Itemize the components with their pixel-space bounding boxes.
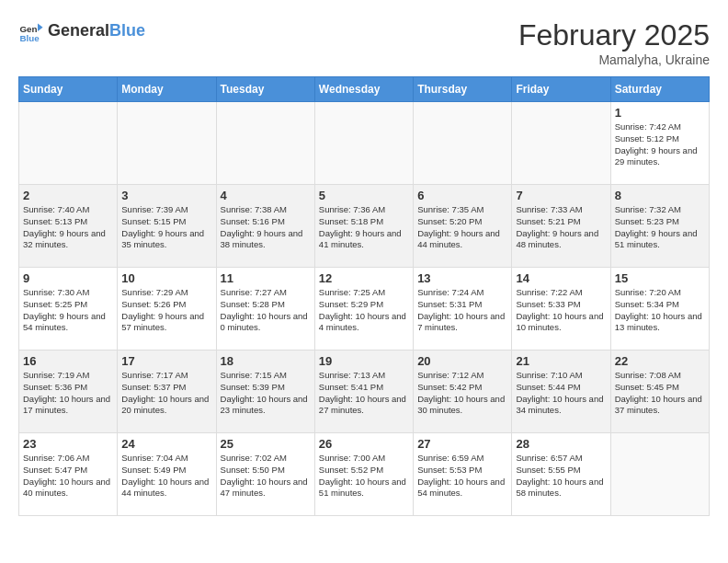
calendar-day-cell <box>414 102 512 185</box>
calendar-day-cell <box>19 102 118 185</box>
logo-icon: Gen Blue <box>18 18 44 44</box>
calendar-week-row: 1Sunrise: 7:42 AM Sunset: 5:12 PM Daylig… <box>19 102 710 185</box>
day-number: 23 <box>23 437 113 451</box>
day-info: Sunrise: 7:13 AM Sunset: 5:41 PM Dayligh… <box>319 370 409 417</box>
day-number: 6 <box>417 189 507 202</box>
calendar-day-cell: 26Sunrise: 7:00 AM Sunset: 5:52 PM Dayli… <box>314 433 413 516</box>
day-info: Sunrise: 7:22 AM Sunset: 5:33 PM Dayligh… <box>516 287 606 334</box>
day-number: 14 <box>516 271 606 285</box>
day-info: Sunrise: 7:12 AM Sunset: 5:42 PM Dayligh… <box>417 370 507 417</box>
calendar-day-cell: 28Sunrise: 6:57 AM Sunset: 5:55 PM Dayli… <box>512 433 610 516</box>
calendar-day-cell <box>314 102 413 185</box>
calendar-day-cell: 12Sunrise: 7:25 AM Sunset: 5:29 PM Dayli… <box>314 268 413 350</box>
day-info: Sunrise: 7:35 AM Sunset: 5:20 PM Dayligh… <box>417 204 507 251</box>
day-number: 20 <box>417 354 507 368</box>
day-number: 8 <box>615 189 705 202</box>
calendar-day-cell: 16Sunrise: 7:19 AM Sunset: 5:36 PM Dayli… <box>19 350 118 433</box>
calendar-day-cell <box>216 102 314 185</box>
calendar-day-cell: 3Sunrise: 7:39 AM Sunset: 5:15 PM Daylig… <box>118 185 216 268</box>
day-number: 28 <box>516 437 606 451</box>
day-info: Sunrise: 7:32 AM Sunset: 5:23 PM Dayligh… <box>615 204 705 251</box>
day-number: 1 <box>615 106 705 120</box>
column-header-wednesday: Wednesday <box>314 77 413 102</box>
calendar-day-cell: 10Sunrise: 7:29 AM Sunset: 5:26 PM Dayli… <box>118 268 216 350</box>
day-info: Sunrise: 7:04 AM Sunset: 5:49 PM Dayligh… <box>121 453 211 500</box>
day-info: Sunrise: 7:06 AM Sunset: 5:47 PM Dayligh… <box>23 453 113 500</box>
calendar-day-cell: 8Sunrise: 7:32 AM Sunset: 5:23 PM Daylig… <box>610 185 709 268</box>
day-info: Sunrise: 7:20 AM Sunset: 5:34 PM Dayligh… <box>615 287 705 334</box>
day-info: Sunrise: 7:15 AM Sunset: 5:39 PM Dayligh… <box>221 370 311 417</box>
column-header-monday: Monday <box>118 77 216 102</box>
logo-text: GeneralBlue <box>48 22 145 40</box>
column-header-thursday: Thursday <box>414 77 512 102</box>
day-info: Sunrise: 7:02 AM Sunset: 5:50 PM Dayligh… <box>221 453 311 500</box>
day-number: 22 <box>615 354 705 368</box>
day-number: 4 <box>221 189 311 202</box>
svg-marker-2 <box>38 24 43 31</box>
day-info: Sunrise: 7:40 AM Sunset: 5:13 PM Dayligh… <box>23 204 113 251</box>
calendar-day-cell <box>118 102 216 185</box>
calendar-day-cell: 23Sunrise: 7:06 AM Sunset: 5:47 PM Dayli… <box>19 433 118 516</box>
calendar-week-row: 23Sunrise: 7:06 AM Sunset: 5:47 PM Dayli… <box>19 433 710 516</box>
calendar-day-cell: 4Sunrise: 7:38 AM Sunset: 5:16 PM Daylig… <box>216 185 314 268</box>
calendar-day-cell: 2Sunrise: 7:40 AM Sunset: 5:13 PM Daylig… <box>19 185 118 268</box>
column-header-sunday: Sunday <box>19 77 118 102</box>
day-number: 25 <box>221 437 311 451</box>
day-info: Sunrise: 7:19 AM Sunset: 5:36 PM Dayligh… <box>23 370 113 417</box>
calendar-table: SundayMondayTuesdayWednesdayThursdayFrid… <box>18 76 710 516</box>
calendar-day-cell <box>512 102 610 185</box>
day-info: Sunrise: 7:42 AM Sunset: 5:12 PM Dayligh… <box>615 121 705 168</box>
location-subtitle: Mamalyha, Ukraine <box>518 52 710 67</box>
day-number: 7 <box>516 189 606 202</box>
calendar-day-cell: 24Sunrise: 7:04 AM Sunset: 5:49 PM Dayli… <box>118 433 216 516</box>
logo: Gen Blue GeneralBlue <box>18 18 145 44</box>
day-number: 15 <box>615 271 705 285</box>
day-number: 11 <box>221 271 311 285</box>
day-info: Sunrise: 7:38 AM Sunset: 5:16 PM Dayligh… <box>221 204 311 251</box>
calendar-week-row: 9Sunrise: 7:30 AM Sunset: 5:25 PM Daylig… <box>19 268 710 350</box>
calendar-day-cell: 19Sunrise: 7:13 AM Sunset: 5:41 PM Dayli… <box>314 350 413 433</box>
calendar-day-cell: 7Sunrise: 7:33 AM Sunset: 5:21 PM Daylig… <box>512 185 610 268</box>
calendar-day-cell: 14Sunrise: 7:22 AM Sunset: 5:33 PM Dayli… <box>512 268 610 350</box>
calendar-day-cell: 21Sunrise: 7:10 AM Sunset: 5:44 PM Dayli… <box>512 350 610 433</box>
calendar-week-row: 2Sunrise: 7:40 AM Sunset: 5:13 PM Daylig… <box>19 185 710 268</box>
day-number: 19 <box>319 354 409 368</box>
day-info: Sunrise: 7:24 AM Sunset: 5:31 PM Dayligh… <box>417 287 507 334</box>
calendar-week-row: 16Sunrise: 7:19 AM Sunset: 5:36 PM Dayli… <box>19 350 710 433</box>
day-number: 12 <box>319 271 409 285</box>
month-year-title: February 2025 <box>518 18 710 52</box>
column-header-tuesday: Tuesday <box>216 77 314 102</box>
day-info: Sunrise: 7:08 AM Sunset: 5:45 PM Dayligh… <box>615 370 705 417</box>
page-header: Gen Blue GeneralBlue February 2025 Mamal… <box>18 18 710 67</box>
day-number: 21 <box>516 354 606 368</box>
day-number: 2 <box>23 189 113 202</box>
day-number: 16 <box>23 354 113 368</box>
day-number: 3 <box>121 189 211 202</box>
calendar-day-cell: 9Sunrise: 7:30 AM Sunset: 5:25 PM Daylig… <box>19 268 118 350</box>
calendar-day-cell: 1Sunrise: 7:42 AM Sunset: 5:12 PM Daylig… <box>610 102 709 185</box>
day-info: Sunrise: 7:33 AM Sunset: 5:21 PM Dayligh… <box>516 204 606 251</box>
day-number: 27 <box>417 437 507 451</box>
day-info: Sunrise: 7:36 AM Sunset: 5:18 PM Dayligh… <box>319 204 409 251</box>
svg-text:Blue: Blue <box>19 33 40 43</box>
calendar-day-cell: 22Sunrise: 7:08 AM Sunset: 5:45 PM Dayli… <box>610 350 709 433</box>
title-section: February 2025 Mamalyha, Ukraine <box>518 18 710 67</box>
column-header-saturday: Saturday <box>610 77 709 102</box>
day-info: Sunrise: 7:27 AM Sunset: 5:28 PM Dayligh… <box>221 287 311 334</box>
day-number: 10 <box>121 271 211 285</box>
day-info: Sunrise: 6:59 AM Sunset: 5:53 PM Dayligh… <box>417 453 507 500</box>
calendar-day-cell <box>610 433 709 516</box>
day-number: 24 <box>121 437 211 451</box>
calendar-header-row: SundayMondayTuesdayWednesdayThursdayFrid… <box>19 77 710 102</box>
day-info: Sunrise: 7:00 AM Sunset: 5:52 PM Dayligh… <box>319 453 409 500</box>
calendar-day-cell: 6Sunrise: 7:35 AM Sunset: 5:20 PM Daylig… <box>414 185 512 268</box>
calendar-day-cell: 11Sunrise: 7:27 AM Sunset: 5:28 PM Dayli… <box>216 268 314 350</box>
calendar-day-cell: 25Sunrise: 7:02 AM Sunset: 5:50 PM Dayli… <box>216 433 314 516</box>
day-number: 5 <box>319 189 409 202</box>
day-info: Sunrise: 7:29 AM Sunset: 5:26 PM Dayligh… <box>121 287 211 334</box>
day-number: 13 <box>417 271 507 285</box>
day-info: Sunrise: 6:57 AM Sunset: 5:55 PM Dayligh… <box>516 453 606 500</box>
calendar-day-cell: 17Sunrise: 7:17 AM Sunset: 5:37 PM Dayli… <box>118 350 216 433</box>
day-info: Sunrise: 7:10 AM Sunset: 5:44 PM Dayligh… <box>516 370 606 417</box>
day-info: Sunrise: 7:25 AM Sunset: 5:29 PM Dayligh… <box>319 287 409 334</box>
